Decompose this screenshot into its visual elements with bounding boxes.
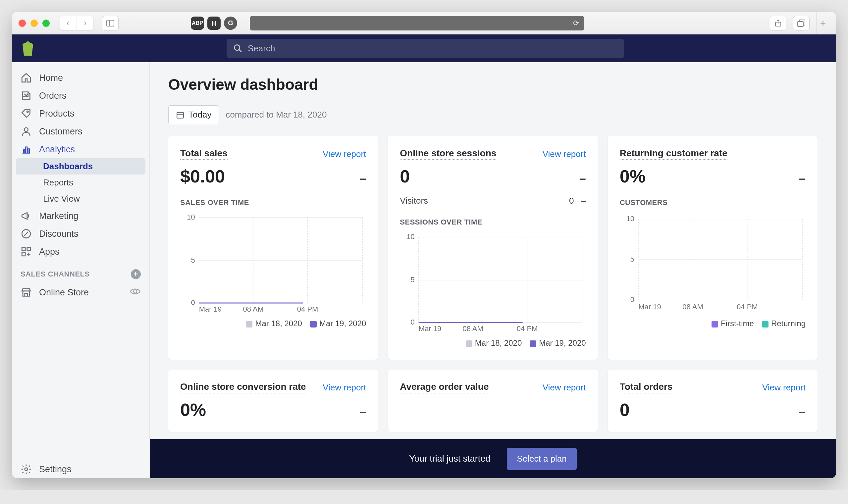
tabs-button[interactable]	[793, 16, 810, 31]
compare-text: compared to Mar 18, 2020	[226, 110, 326, 120]
adblock-icon[interactable]: ABP	[191, 17, 204, 30]
new-tab-button[interactable]: +	[816, 12, 829, 34]
nav-label: Orders	[39, 91, 67, 101]
svg-rect-14	[177, 112, 183, 118]
svg-point-13	[25, 468, 28, 471]
nav-dashboards[interactable]: Dashboards	[16, 158, 145, 175]
visitors-label: Visitors	[400, 196, 428, 206]
minimize-window-button[interactable]	[31, 20, 38, 27]
close-window-button[interactable]	[19, 20, 26, 27]
search-input[interactable]	[248, 43, 617, 54]
svg-rect-0	[107, 20, 114, 26]
svg-rect-3	[798, 21, 803, 26]
metric-delta: –	[579, 172, 586, 185]
select-plan-button[interactable]: Select a plan	[507, 448, 576, 470]
discounts-icon	[20, 228, 32, 239]
legend-item: Mar 18, 2020	[255, 319, 302, 328]
global-search[interactable]	[227, 39, 624, 58]
view-report-link[interactable]: View report	[543, 382, 586, 393]
chart-legend: Mar 18, 2020 Mar 19, 2020	[180, 319, 366, 328]
svg-point-6	[27, 111, 28, 112]
shopify-logo-icon[interactable]	[21, 41, 34, 56]
date-range-button[interactable]: Today	[168, 105, 219, 124]
date-range-label: Today	[189, 110, 211, 120]
metric-delta: –	[799, 405, 806, 419]
legend-item: Mar 19, 2020	[539, 338, 586, 347]
section-label: SALES CHANNELS	[20, 270, 90, 278]
address-bar[interactable]: ⟳	[250, 16, 584, 31]
card-total-sales: Total sales View report $0.00 – SALES OV…	[168, 136, 378, 360]
svg-text:04 PM: 04 PM	[297, 305, 318, 312]
maximize-window-button[interactable]	[42, 20, 50, 27]
nav-apps[interactable]: Apps	[12, 243, 149, 260]
trial-text: Your trial just started	[409, 454, 490, 464]
back-button[interactable]: ‹	[60, 16, 76, 31]
metric-label: Average order value	[400, 381, 489, 393]
view-report-link[interactable]: View report	[323, 382, 366, 393]
card-returning: Returning customer rate 0% – CUSTOMERS 1…	[608, 136, 817, 360]
svg-text:10: 10	[626, 215, 634, 223]
forward-button[interactable]: ›	[77, 16, 93, 31]
search-icon	[233, 44, 243, 53]
nav-reports[interactable]: Reports	[16, 175, 145, 191]
view-report-link[interactable]: View report	[543, 149, 586, 159]
svg-text:04 PM: 04 PM	[737, 303, 758, 311]
metric-delta: –	[359, 405, 366, 419]
customers-chart: 10 5 0 Mar 19 08 AM 04 PM	[620, 213, 806, 313]
extension-icons: ABP |ı| G	[191, 17, 237, 30]
metric-value: 0	[620, 399, 630, 420]
legend-item: Returning	[771, 319, 806, 328]
view-store-icon[interactable]	[129, 286, 141, 299]
visitors-row: Visitors 0 –	[400, 196, 586, 206]
metric-value: 0%	[620, 166, 646, 186]
svg-text:5: 5	[630, 255, 634, 263]
svg-text:0: 0	[630, 295, 634, 304]
nav-orders[interactable]: Orders	[12, 87, 149, 105]
trial-banner: Your trial just started Select a plan	[150, 439, 836, 478]
svg-text:Mar 19: Mar 19	[199, 305, 222, 312]
sessions-chart: 10 5 0 Mar 19 08 AM	[400, 232, 586, 333]
visitors-value: 0	[569, 196, 574, 205]
nav-home[interactable]: Home	[12, 69, 149, 87]
page-title: Overview dashboard	[168, 75, 817, 93]
nav-label: Home	[39, 73, 63, 83]
nav-analytics[interactable]: Analytics	[12, 140, 149, 158]
legend-item: Mar 19, 2020	[319, 319, 366, 328]
visitors-delta: –	[581, 196, 586, 205]
svg-text:5: 5	[411, 275, 415, 284]
svg-text:Mar 19: Mar 19	[419, 325, 441, 332]
metric-value: 0%	[180, 399, 206, 420]
share-button[interactable]	[770, 16, 787, 31]
card-grid: Total sales View report $0.00 – SALES OV…	[168, 136, 817, 432]
svg-text:08 AM: 08 AM	[243, 305, 263, 312]
products-icon	[20, 108, 32, 119]
nav-settings[interactable]: Settings	[12, 460, 149, 478]
nav-products[interactable]: Products	[12, 105, 149, 123]
extension-icon-2[interactable]: |ı|	[207, 17, 220, 30]
metric-delta: –	[359, 172, 366, 185]
browser-titlebar: ‹ › ABP |ı| G ⟳ +	[12, 12, 836, 34]
channel-online-store[interactable]: Online Store	[12, 283, 149, 302]
sales-channels-header: SALES CHANNELS +	[12, 260, 149, 283]
svg-line-5	[239, 50, 242, 52]
svg-text:5: 5	[191, 256, 195, 264]
reload-icon[interactable]: ⟳	[573, 19, 579, 28]
view-report-link[interactable]: View report	[323, 149, 366, 159]
sidebar-toggle-button[interactable]	[102, 16, 119, 31]
traffic-lights	[19, 20, 50, 27]
nav-label: Analytics	[39, 144, 75, 155]
svg-point-4	[234, 45, 240, 50]
add-channel-button[interactable]: +	[131, 269, 141, 279]
nav-discounts[interactable]: Discounts	[12, 225, 149, 243]
apps-icon	[20, 246, 32, 257]
svg-text:08 AM: 08 AM	[463, 325, 483, 332]
extension-icon-3[interactable]: G	[224, 17, 237, 30]
nav-customers[interactable]: Customers	[12, 123, 149, 140]
card-conversion: Online store conversion rate View report…	[168, 370, 378, 432]
analytics-icon	[20, 144, 32, 155]
view-report-link[interactable]: View report	[762, 382, 806, 393]
sales-chart: 10 5 0 Mar 19 08 AM	[180, 213, 366, 313]
nav-live-view[interactable]: Live View	[16, 191, 145, 207]
svg-point-12	[134, 290, 137, 293]
nav-marketing[interactable]: Marketing	[12, 207, 149, 225]
